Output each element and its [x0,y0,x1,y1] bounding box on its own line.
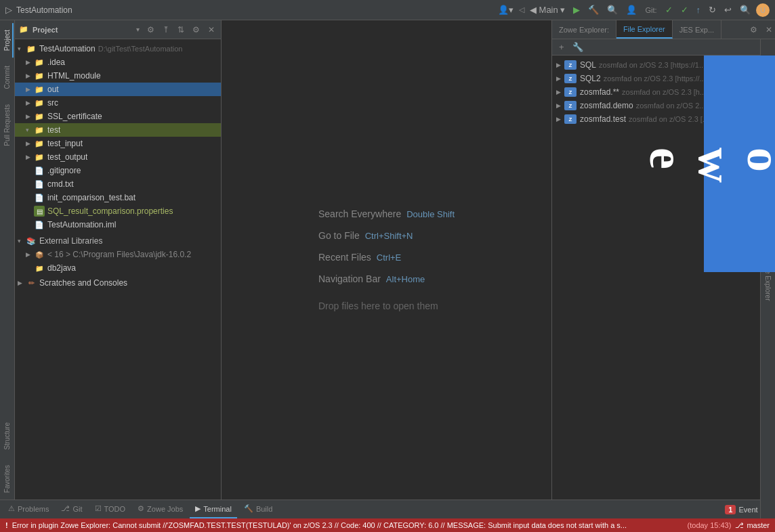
sidebar-item-commit[interactable]: Commit [0,59,15,95]
build-tab-icon: 🔨 [244,504,253,513]
run-button[interactable]: ▶ [570,3,583,16]
tab-zowe-jobs[interactable]: ⚙ Zowe Jobs [132,500,188,518]
zowe-panel-close-btn[interactable]: ✕ [763,20,775,39]
tree-external-libraries[interactable]: ▾ 📚 External Libraries [15,234,221,248]
tree-root[interactable]: ▾ 📁 TestAutomation D:\gitTest\TestAutoma… [15,42,221,56]
hint-navigation-bar: Navigation Bar Alt+Home [318,273,455,284]
user-menu-btn[interactable]: 👤▾ [495,3,516,16]
statusbar: ! Error in plugin Zowe Explorer: Cannot … [0,518,775,532]
tree-item-html-module[interactable]: ▶ 📁 HTML_module [15,69,221,83]
app-title: TestAutomation [16,5,72,15]
coverage-button[interactable]: 🔍 [604,3,621,16]
git-check2[interactable]: ✓ [678,3,691,16]
left-sidebar: Project Commit Pull Requests Structure F… [0,20,15,500]
status-timestamp: (today 15:43) [688,521,732,529]
tree-item-cmd[interactable]: ▶ 📄 cmd.txt [15,177,221,191]
profile-button[interactable]: 👤 [623,3,640,16]
tab-file-explorer[interactable]: File Explorer [616,20,673,39]
tab-git[interactable]: ⎇ Git [56,500,87,518]
tree-item-test-output[interactable]: ▶ 📁 test_output [15,150,221,164]
main-branch-btn[interactable]: ◀ Main ▾ [527,3,568,16]
undo-btn[interactable]: ↩ [721,3,734,16]
project-header: 📁 Project ▾ ⚙ ⤒ ⇅ ⚙ ✕ [15,20,221,39]
project-options-btn[interactable]: ⚙ [190,24,202,35]
sidebar-item-project[interactable]: Project [0,23,15,58]
branch-info[interactable]: ⎇ master [735,521,770,530]
project-panel-title: Project [33,26,132,34]
tree-item-properties[interactable]: ▶ ▤ SQL_result_comparison.properties [15,204,221,218]
zowe-config-btn[interactable]: 🔧 [570,41,586,53]
editor-hints: Search Everywhere Double Shift Go to Fil… [318,208,455,311]
project-settings-btn[interactable]: ⚙ [145,24,156,35]
hint-goto-file: Go to File Ctrl+Shift+N [318,230,455,241]
titlebar: ▷ TestAutomation 👤▾ ◁ ◀ Main ▾ ▶ 🔨 🔍 👤 G… [0,0,775,20]
tree-item-test[interactable]: ▾ 📁 test [15,123,221,137]
app-icon: ▷ [5,5,12,15]
tree-item-ssl[interactable]: ▶ 📁 SSL_certificate [15,110,221,123]
project-tree: ▾ 📁 TestAutomation D:\gitTest\TestAutoma… [15,39,221,500]
hint-drop-files: Drop files here to open them [318,301,455,311]
hint-recent-files: Recent Files Ctrl+E [318,252,455,263]
tab-todo[interactable]: ☑ TODO [89,500,131,518]
search-btn[interactable]: 🔍 [737,3,753,16]
zowe-zosmfad-star-icon: Z [564,87,577,97]
zowe-banner: zowe [704,56,775,272]
zowe-sql-icon: Z [564,60,577,70]
branch-icon: ⎇ [735,521,744,530]
zowe-banner-text: zowe [642,148,776,180]
branch-name: master [747,521,770,529]
zowe-test-icon: Z [564,114,577,124]
zowe-panel-settings-btn[interactable]: ⚙ [745,20,763,39]
zowe-add-btn[interactable]: + [556,41,567,53]
user-icon-btn[interactable]: U [756,3,770,17]
status-error-icon: ! [5,521,8,529]
zowe-sql2-icon: Z [564,74,577,83]
tree-item-test-input[interactable]: ▶ 📁 test_input [15,137,221,150]
project-panel: 📁 Project ▾ ⚙ ⤒ ⇅ ⚙ ✕ ▾ 📁 TestAutomation… [15,20,222,500]
tree-item-src[interactable]: ▶ 📁 src [15,96,221,110]
tab-terminal[interactable]: ▶ Terminal [190,500,237,518]
tree-item-db2java[interactable]: ▶ 📁 db2java [15,261,221,275]
tab-jes-explorer[interactable]: JES Exp... [673,20,721,39]
git-push-btn[interactable]: ↑ [694,3,704,16]
run-config-label: ◁ [519,5,524,14]
tree-item-jdk[interactable]: ▶ 📦 < 16 > C:\Program Files\Java\jdk-16.… [15,248,221,261]
branch-icon: ◀ [530,5,537,15]
todo-icon: ☑ [95,504,102,513]
sidebar-item-structure[interactable]: Structure [0,416,15,457]
error-count-badge: 1 [725,505,736,514]
tree-item-iml[interactable]: ▶ 📄 TestAutomation.iml [15,218,221,231]
tab-problems[interactable]: ⚠ Problems [3,500,54,518]
git-label: Git: [645,6,656,14]
right-panel: Zowe Explorer: File Explorer JES Exp... … [551,20,775,500]
tree-item-gitignore[interactable]: ▶ 📄 .gitignore [15,164,221,177]
tree-item-bat[interactable]: ▶ 📄 init_comparison_test.bat [15,191,221,204]
bottom-tabs: ⚠ Problems ⎇ Git ☑ TODO ⚙ Zowe Jobs ▶ Te… [0,500,775,518]
titlebar-controls: 👤▾ ◁ ◀ Main ▾ ▶ 🔨 🔍 👤 Git: ✓ ✓ ↑ ↻ ↩ 🔍 U [495,3,770,17]
build-button[interactable]: 🔨 [585,3,602,16]
tab-zowe-explorer[interactable]: Zowe Explorer: [552,20,616,39]
terminal-icon: ▶ [195,504,201,513]
editor-area: Search Everywhere Double Shift Go to Fil… [222,20,551,500]
status-message: Error in plugin Zowe Explorer: Cannot su… [12,521,684,529]
hint-search: Search Everywhere Double Shift [318,208,455,219]
sidebar-item-favorites[interactable]: Favorites [0,458,15,500]
tree-scratches-consoles[interactable]: ▶ ✏ Scratches and Consoles [15,276,221,290]
zowe-tab-bar: Zowe Explorer: File Explorer JES Exp... … [552,20,775,39]
tree-item-out[interactable]: ▶ 📁 out [15,83,221,96]
sidebar-item-pull-requests[interactable]: Pull Requests [0,97,15,153]
project-close-btn[interactable]: ✕ [206,24,217,35]
tree-item-idea[interactable]: ▶ 📁 .idea [15,56,221,69]
problems-icon: ⚠ [8,504,15,513]
zowe-demo-icon: Z [564,101,577,110]
zowe-toolbar: + 🔧 [552,39,775,56]
refresh-btn[interactable]: ↻ [706,3,719,16]
tab-build[interactable]: 🔨 Build [238,500,278,518]
zowe-jobs-icon: ⚙ [138,504,144,513]
project-scroll-top-btn[interactable]: ⤒ [161,24,171,35]
git-check1[interactable]: ✓ [663,3,675,16]
project-expand-all-btn[interactable]: ⇅ [175,24,186,35]
git-icon: ⎇ [61,504,70,513]
